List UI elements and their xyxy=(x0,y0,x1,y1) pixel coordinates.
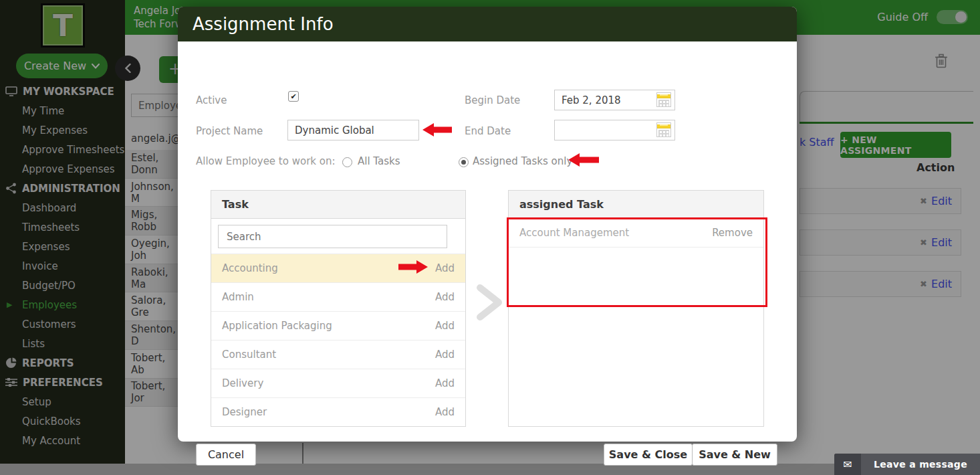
assigned-tasks-only-radio[interactable] xyxy=(459,157,469,167)
app-screen: Angela Jon Tech Forw Guide Off + angela.… xyxy=(0,0,980,475)
assignment-info-modal: Assignment Info Active Project Name Begi… xyxy=(178,7,797,442)
leave-a-message-widget[interactable]: ✉ Leave a message xyxy=(834,454,980,475)
add-link[interactable]: Add xyxy=(435,262,455,274)
task-row-delivery: Delivery Add xyxy=(211,369,465,397)
calendar-icon[interactable] xyxy=(656,92,671,107)
begin-date-field xyxy=(554,90,675,110)
task-row-admin: Admin Add xyxy=(211,282,465,311)
assigned-panel-header: assigned Task xyxy=(509,191,763,219)
add-link[interactable]: Add xyxy=(435,377,455,389)
add-link[interactable]: Add xyxy=(435,406,455,418)
task-name: Application Packaging xyxy=(222,320,332,332)
add-link[interactable]: Add xyxy=(435,349,455,361)
annotation-red-rectangle xyxy=(507,217,767,307)
task-search-wrap xyxy=(211,219,465,254)
task-name: Accounting xyxy=(222,262,278,274)
cancel-button[interactable]: Cancel xyxy=(196,444,256,466)
task-name: Delivery xyxy=(222,377,263,389)
active-checkbox[interactable] xyxy=(288,91,299,102)
calendar-icon[interactable] xyxy=(656,122,671,137)
task-panel-header: Task xyxy=(211,191,465,219)
add-link[interactable]: Add xyxy=(435,320,455,332)
modal-header: Assignment Info xyxy=(178,7,797,41)
task-row-consultant: Consultant Add xyxy=(211,340,465,369)
task-row-designer: Designer Add xyxy=(211,397,465,426)
modal-title: Assignment Info xyxy=(193,14,334,34)
task-name: Admin xyxy=(222,291,254,303)
transfer-chevron-icon xyxy=(475,284,504,321)
save-and-new-button[interactable]: Save & New xyxy=(692,444,777,466)
task-row-application-packaging: Application Packaging Add xyxy=(211,311,465,340)
annotation-arrow-project-name xyxy=(422,123,452,136)
active-label: Active xyxy=(196,94,227,106)
begin-date-label: Begin Date xyxy=(465,94,520,106)
all-tasks-radio[interactable] xyxy=(342,157,352,167)
all-tasks-radio-label[interactable]: All Tasks xyxy=(358,155,400,167)
end-date-field xyxy=(554,120,675,140)
task-name: Designer xyxy=(222,406,267,418)
modal-body: Active Project Name Begin Date End Date … xyxy=(178,41,797,442)
project-name-label: Project Name xyxy=(196,125,263,137)
leave-a-message-label: Leave a message xyxy=(861,454,980,475)
add-link[interactable]: Add xyxy=(435,291,455,303)
annotation-arrow-assigned-tasks xyxy=(568,153,599,167)
envelope-icon: ✉ xyxy=(834,454,861,475)
task-panel: Task Accounting Add Admin Add Applicatio… xyxy=(211,190,466,427)
assigned-tasks-only-radio-label[interactable]: Assigned Tasks only xyxy=(473,155,572,167)
project-name-input[interactable] xyxy=(287,120,419,140)
end-date-label: End Date xyxy=(465,125,511,137)
task-name: Consultant xyxy=(222,349,276,361)
save-and-close-button[interactable]: Save & Close xyxy=(604,444,693,466)
annotation-arrow-add-accounting xyxy=(398,260,428,274)
task-search-input[interactable] xyxy=(218,225,447,248)
allow-employee-label: Allow Employee to work on: xyxy=(196,155,336,167)
